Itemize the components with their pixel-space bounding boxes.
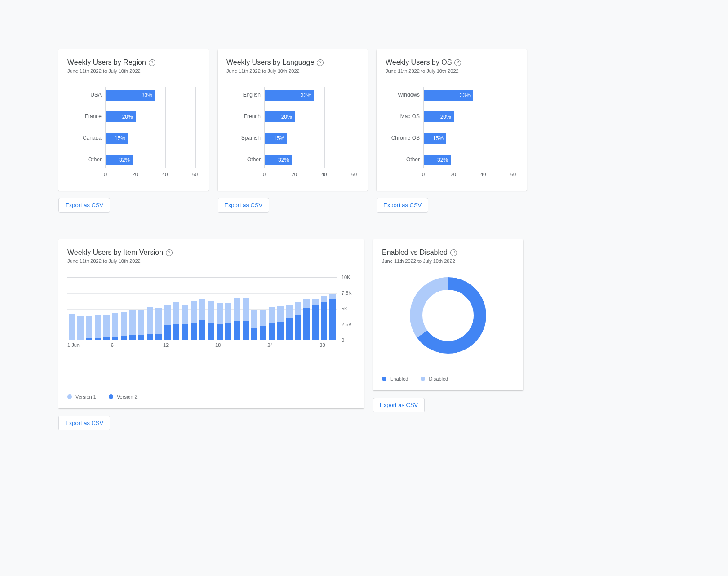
bar: 20% (265, 111, 295, 122)
y-tick-label: 7.5K (342, 290, 352, 296)
export-csv-button[interactable]: Export as CSV (218, 198, 269, 213)
bar: 32% (265, 155, 292, 165)
bar: 32% (424, 155, 451, 165)
bar: 33% (265, 90, 314, 101)
os-title-text: Weekly Users by OS (386, 58, 452, 66)
language-title: Weekly Users by Language ? (226, 58, 359, 66)
x-tick-label: 40 (162, 172, 168, 177)
help-icon[interactable]: ? (317, 59, 324, 66)
x-tick-label: 6 (111, 342, 114, 348)
enabled-subtitle: June 11th 2022 to July 10th 2022 (382, 258, 514, 264)
language-subtitle: June 11th 2022 to July 10th 2022 (226, 68, 359, 74)
os-subtitle: June 11th 2022 to July 10th 2022 (386, 68, 518, 74)
version-title-text: Weekly Users by Item Version (67, 248, 163, 257)
category-label: Windows (386, 92, 420, 98)
x-tick-label: 18 (215, 342, 221, 348)
bar: 20% (106, 111, 136, 122)
bar: 20% (424, 111, 454, 122)
x-tick-label: 30 (320, 342, 325, 348)
export-csv-button[interactable]: Export as CSV (58, 198, 110, 213)
bar: 15% (106, 133, 128, 144)
x-tick-label: 1 Jun (67, 342, 80, 348)
language-card: Weekly Users by Language ? June 11th 202… (218, 49, 368, 191)
region-card: Weekly Users by Region ? June 11th 2022 … (58, 49, 209, 191)
os-title: Weekly Users by OS ? (386, 58, 518, 66)
y-tick-label: 2.5K (342, 322, 352, 327)
x-tick-label: 40 (321, 172, 327, 177)
legend-dot-icon (421, 377, 425, 381)
x-tick-label: 60 (351, 172, 357, 177)
language-chart: 33%20%15%32%0204060EnglishFrenchSpanishO… (226, 87, 359, 182)
category-label: Chrome OS (386, 135, 420, 141)
version-legend: Version 1 Version 2 (67, 394, 355, 399)
region-title-text: Weekly Users by Region (67, 58, 146, 66)
x-tick-label: 40 (480, 172, 486, 177)
help-icon[interactable]: ? (450, 249, 457, 256)
category-label: Other (67, 156, 102, 163)
bar: 32% (106, 155, 133, 165)
enabled-container: Enabled vs Disabled ? June 11th 2022 to … (373, 239, 523, 430)
region-container: Weekly Users by Region ? June 11th 2022 … (58, 49, 209, 213)
version-title: Weekly Users by Item Version ? (67, 248, 355, 257)
legend-dot-icon (67, 394, 72, 399)
region-title: Weekly Users by Region ? (67, 58, 200, 66)
x-tick-label: 12 (163, 342, 169, 348)
legend-label: Enabled (390, 376, 408, 381)
legend-label: Version 2 (117, 394, 138, 399)
y-tick-label: 0 (342, 337, 344, 343)
version-container: Weekly Users by Item Version ? June 11th… (58, 239, 364, 430)
export-csv-button[interactable]: Export as CSV (58, 416, 110, 430)
bar: 33% (106, 90, 155, 101)
language-title-text: Weekly Users by Language (226, 58, 314, 66)
x-tick-label: 20 (292, 172, 297, 177)
legend-enabled: Enabled (382, 376, 408, 381)
export-csv-button[interactable]: Export as CSV (373, 398, 425, 412)
help-icon[interactable]: ? (454, 59, 461, 66)
x-tick-label: 24 (267, 342, 273, 348)
y-tick-label: 10K (342, 275, 351, 280)
category-label: Canada (67, 135, 102, 141)
region-subtitle: June 11th 2022 to July 10th 2022 (67, 68, 200, 74)
category-label: French (226, 113, 261, 120)
category-label: Spanish (226, 135, 261, 141)
os-card: Weekly Users by OS ? June 11th 2022 to J… (377, 49, 527, 191)
help-icon[interactable]: ? (166, 249, 173, 256)
language-container: Weekly Users by Language ? June 11th 202… (218, 49, 368, 213)
legend-dot-icon (382, 377, 386, 381)
row-bottom: Weekly Users by Item Version ? June 11th… (58, 239, 670, 430)
enabled-card: Enabled vs Disabled ? June 11th 2022 to … (373, 239, 523, 390)
version-card: Weekly Users by Item Version ? June 11th… (58, 239, 364, 408)
category-label: English (226, 92, 261, 98)
enabled-title-text: Enabled vs Disabled (382, 248, 448, 257)
bar: 15% (424, 133, 446, 144)
category-label: Other (226, 156, 261, 163)
category-label: Other (386, 156, 420, 163)
donut-svg (410, 277, 486, 354)
enabled-title: Enabled vs Disabled ? (382, 248, 514, 257)
legend-label: Disabled (429, 376, 448, 381)
help-icon[interactable]: ? (149, 59, 155, 66)
bar: 15% (265, 133, 287, 144)
export-csv-button[interactable]: Export as CSV (377, 198, 428, 213)
row-top: Weekly Users by Region ? June 11th 2022 … (58, 49, 670, 213)
legend-version2: Version 2 (109, 394, 138, 399)
legend-disabled: Disabled (421, 376, 448, 381)
x-tick-label: 0 (422, 172, 425, 177)
category-label: Mac OS (386, 113, 420, 120)
analytics-dashboard: Weekly Users by Region ? June 11th 2022 … (58, 49, 670, 430)
donut-chart (382, 277, 514, 354)
x-tick-label: 60 (510, 172, 516, 177)
legend-label: Version 1 (75, 394, 96, 399)
x-tick-label: 20 (133, 172, 138, 177)
category-label: France (67, 113, 102, 120)
x-tick-label: 60 (192, 172, 198, 177)
category-label: USA (67, 92, 102, 98)
x-tick-label: 0 (104, 172, 107, 177)
version-chart: 02.5K5K7.5K10K1 Jun612182430 (67, 277, 355, 372)
x-tick-label: 0 (263, 172, 266, 177)
os-chart: 33%20%15%32%0204060WindowsMac OSChrome O… (386, 87, 518, 182)
bar: 33% (424, 90, 473, 101)
legend-dot-icon (109, 394, 113, 399)
os-container: Weekly Users by OS ? June 11th 2022 to J… (377, 49, 527, 213)
region-chart: 33%20%15%32%0204060USAFranceCanadaOther (67, 87, 200, 182)
